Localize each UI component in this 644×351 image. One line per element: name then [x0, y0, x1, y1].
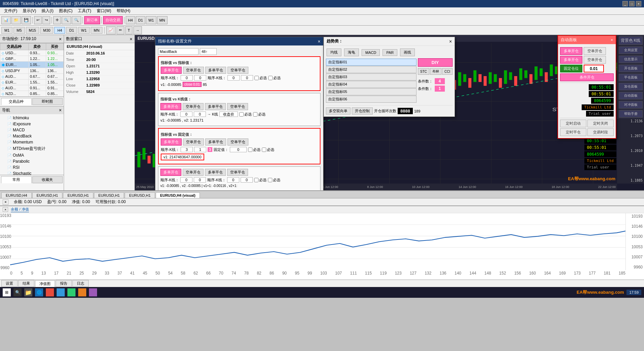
btn-long-open-4[interactable]: 多单开仓	[160, 169, 181, 176]
toolbar2-indicator[interactable]: 📈	[106, 26, 116, 34]
taskbar-start[interactable]: ⊞	[3, 288, 11, 296]
cb-required-2[interactable]: 必选	[268, 75, 281, 81]
btn-short-close-4[interactable]: 空单平仓	[227, 169, 248, 176]
right-btn-add-panel[interactable]: 加仓面板	[619, 83, 643, 90]
btn-long-open-3[interactable]: 多单开仓	[161, 138, 182, 146]
file-num-input[interactable]	[200, 48, 217, 55]
brin-button[interactable]: 布林	[430, 68, 441, 75]
fixed-value-input[interactable]	[230, 147, 247, 152]
auto-dialog-close[interactable]: ×	[611, 38, 613, 42]
taskbar-app1[interactable]	[46, 288, 54, 296]
nav-item-rsi[interactable]: 📄 RSI	[1, 164, 63, 170]
nav-close[interactable]: ×	[59, 107, 62, 113]
right-btn-info-display[interactable]: 信息显示	[619, 56, 643, 63]
market-row-4[interactable]: ◇ AUD... 0.67... 0.67...	[0, 74, 64, 79]
trend-btn-macd[interactable]: MACD	[362, 49, 380, 56]
market-row-6[interactable]: ◇ AUD... 0.91... 0.91...	[0, 85, 64, 91]
toolbar-undo[interactable]: ↩	[34, 16, 42, 24]
seq-k2-v2[interactable]	[241, 75, 253, 81]
seq-k3-v2[interactable]	[194, 111, 206, 117]
btn-long-open-1[interactable]: 多单开仓	[161, 67, 182, 74]
maximize-btn[interactable]: □	[629, 1, 635, 6]
equity-close-btn[interactable]: ×	[3, 207, 8, 212]
btn-long-close-1[interactable]: 多单平仓	[205, 67, 226, 74]
toolbar-open[interactable]: 📁	[11, 16, 21, 24]
cb-required-3[interactable]: 必选	[239, 112, 252, 117]
cb-required-8[interactable]: 必选	[268, 178, 280, 183]
btn-both-direction[interactable]: 多空双向单	[326, 107, 350, 115]
nav-item-stochastic[interactable]: 📄 Stochastic	[1, 170, 63, 175]
taskbar-app3[interactable]	[67, 288, 75, 296]
toolbar-save[interactable]: 💾	[22, 16, 31, 24]
toolbar-period-w1[interactable]: W1	[146, 16, 156, 24]
toolbar2-m5[interactable]: M5	[13, 27, 25, 34]
toolbar2-w1[interactable]: W1	[78, 27, 90, 34]
trend-close[interactable]: ×	[449, 39, 452, 44]
toolbar2-m15[interactable]: M15	[26, 27, 39, 34]
toolbar-new-order[interactable]: 新订单	[84, 16, 100, 24]
toolbar-auto-trade[interactable]: 自动交易	[103, 16, 123, 24]
auto-fixed-pos[interactable]: 固定仓位	[560, 65, 582, 72]
toolbar-new-chart[interactable]: 📊	[1, 16, 11, 24]
menu-window[interactable]: 窗口(W)	[94, 7, 114, 14]
seq-k5-v1[interactable]	[181, 147, 193, 152]
seq-k8-v2[interactable]	[241, 177, 253, 183]
toolbar2-m1[interactable]: M1	[1, 27, 12, 34]
right-btn-open-panel[interactable]: 开仓面板	[619, 65, 643, 72]
cb-required-7[interactable]: 必选	[254, 178, 267, 183]
toolbar2-m30[interactable]: M30	[40, 27, 53, 34]
right-btn-global-settings[interactable]: 全局设置	[619, 46, 643, 54]
market-tab-symbols[interactable]: 交易品种	[1, 98, 32, 105]
market-panel-close[interactable]: ×	[59, 36, 62, 42]
close-price-input[interactable]	[219, 111, 238, 117]
menu-file[interactable]: 文件(F)	[1, 7, 20, 14]
seq-k8-v1[interactable]	[227, 177, 239, 183]
custom-indicator-01[interactable]: 自定指标01	[326, 59, 417, 66]
btn-timer-stop[interactable]: 定时关闭	[587, 120, 614, 127]
seq-k5-v2[interactable]	[194, 147, 206, 152]
market-tab-chart[interactable]: 即时图	[32, 98, 63, 105]
chart-tab-2[interactable]: EURUSD,H1	[63, 192, 93, 198]
menu-help[interactable]: 帮助(H)	[114, 7, 133, 14]
trend-btn-draw[interactable]: 画线	[400, 49, 415, 56]
status-close-btn[interactable]: ×	[3, 199, 8, 205]
auto-long-open-1[interactable]: 多单开仓	[560, 47, 582, 55]
diy-button[interactable]: DIY	[418, 58, 453, 67]
lot-input[interactable]	[584, 65, 604, 72]
close-btn-1[interactable]: close 0.01	[183, 82, 202, 87]
toolbar2-h4[interactable]: H4	[54, 27, 65, 34]
auto-cond-open[interactable]: 条件开仓	[560, 73, 614, 81]
minimize-btn[interactable]: _	[622, 1, 628, 6]
market-row-0[interactable]: ◇ USD... 0.93... 0.93...	[0, 50, 64, 56]
custom-indicator-03[interactable]: 自定指标03	[326, 73, 417, 81]
right-btn-hedge-panel[interactable]: 对冲面板	[619, 101, 643, 108]
toolbar2-line[interactable]: ✏	[117, 26, 124, 34]
bottom-tab-settings[interactable]: 设置	[1, 280, 18, 287]
btn-trading-period[interactable]: 交易时段	[587, 128, 614, 136]
data-window-close[interactable]: ×	[130, 36, 132, 42]
stc-button[interactable]: STC	[418, 68, 429, 75]
market-row-7[interactable]: ◇ NZD... 0.85... 0.85...	[0, 91, 64, 97]
btn-short-open-3[interactable]: 空单开仓	[183, 138, 204, 146]
nav-item-macdback[interactable]: 📄 MacdBack	[1, 133, 63, 139]
market-row-1[interactable]: ◇ GBP... 1.22... 1.22...	[0, 56, 64, 62]
cci-button[interactable]: CCI	[442, 68, 453, 75]
seq-k3-v1[interactable]	[180, 111, 192, 117]
taskbar-search[interactable]: 🔍	[13, 288, 22, 296]
taskbar-browser[interactable]: 🌐	[35, 288, 43, 296]
right-btn-close-panel[interactable]: 平仓面板	[619, 74, 643, 81]
menu-chart[interactable]: 图表(C)	[56, 7, 75, 14]
nav-item-momentum[interactable]: 📄 Momentum	[1, 139, 63, 145]
seq-k1-v1[interactable]	[181, 75, 193, 81]
market-row-2[interactable]: ◆ EUR... 1.05... 1.05...	[0, 62, 64, 68]
right-btn-auto-panel[interactable]: 自动面板	[619, 92, 643, 99]
trend-btn-line[interactable]: 均线	[327, 49, 341, 56]
chart-tab-4[interactable]: EURUSD,H1	[125, 192, 155, 198]
btn-short-open-4[interactable]: 空单开仓	[183, 169, 204, 176]
toolbar-zoom-out[interactable]: 🔍	[72, 16, 81, 24]
chart-tab-3[interactable]: EURUSD,H1	[94, 192, 124, 198]
right-btn-bg-color[interactable]: 背景色 K线	[619, 36, 643, 45]
custom-indicator-04[interactable]: 自定指标04	[326, 81, 417, 88]
market-row-5[interactable]: ◇ EUR... 1.55... 1.55...	[0, 79, 64, 85]
seq-k7-v2[interactable]	[194, 177, 206, 183]
